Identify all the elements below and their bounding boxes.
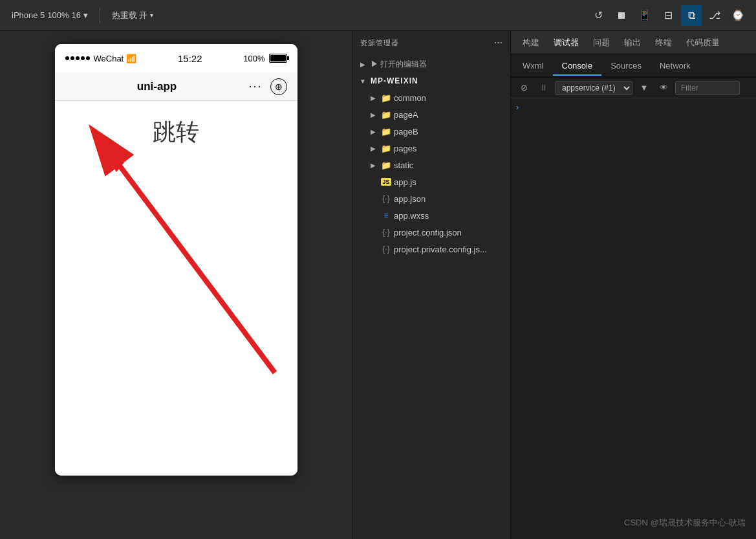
- list-item[interactable]: ▶ {·} app.json: [352, 190, 510, 207]
- json-file-icon: {·}: [381, 227, 391, 237]
- explorer-more-btn[interactable]: ···: [494, 37, 502, 49]
- explorer-header: 资源管理器 ···: [352, 31, 510, 54]
- separator-1: [100, 8, 100, 23]
- tab-wxml[interactable]: Wxml: [513, 57, 553, 76]
- list-item[interactable]: ▶ 📁 pages: [352, 140, 510, 157]
- watch-icon-btn[interactable]: ⌚: [728, 5, 748, 26]
- tab-console[interactable]: Console: [553, 57, 602, 76]
- phone-content: 跳转: [55, 101, 297, 476]
- pause-btn[interactable]: ⏸: [535, 80, 551, 96]
- toolbar-left: iPhone 5 100% 16 ▾ 热重载 开 ▾: [8, 8, 157, 23]
- json-file-icon: {·}: [381, 193, 391, 204]
- red-arrow-container: [55, 101, 297, 476]
- simulator-panel: WeChat 📶 15:22 100% uni-app ··: [0, 31, 352, 539]
- branch-icon-btn[interactable]: ⎇: [704, 5, 725, 26]
- folder-icon: 📁: [381, 126, 391, 137]
- dot-1: [65, 56, 69, 60]
- main-area: WeChat 📶 15:22 100% uni-app ··: [0, 31, 756, 539]
- chevron-down-root-icon: ▼: [358, 76, 368, 86]
- jump-text: 跳转: [55, 101, 297, 148]
- list-item[interactable]: ▶ 📁 static: [352, 157, 510, 173]
- root-folder-item[interactable]: ▼ MP-WEIXIN: [352, 72, 510, 89]
- red-arrow-svg: [55, 101, 297, 437]
- list-item[interactable]: ▶ JS app.js: [352, 173, 510, 190]
- nav-actions: ··· ⊕: [248, 78, 286, 95]
- copy-icon-btn[interactable]: ⧉: [681, 5, 702, 26]
- phone-icon-btn[interactable]: 📱: [634, 5, 655, 26]
- file-name: app.js: [394, 177, 416, 187]
- dropdown-arrow-icon[interactable]: ▼: [636, 80, 652, 96]
- tab-terminal[interactable]: 终端: [649, 34, 678, 51]
- tab-debugger[interactable]: 调试器: [547, 34, 585, 51]
- dot-3: [76, 56, 80, 60]
- js-file-icon: JS: [381, 177, 391, 187]
- zoom-label: 100%: [47, 10, 69, 20]
- file-name: static: [394, 160, 413, 170]
- stop-icon-btn[interactable]: ⏹: [611, 5, 632, 26]
- file-name: pages: [394, 144, 416, 153]
- wifi-icon: 📶: [126, 54, 136, 63]
- carrier-label: WeChat: [94, 54, 124, 63]
- battery-bar: [269, 54, 287, 63]
- devtools-tabs-row2: Wxml Console Sources Network: [511, 54, 756, 78]
- explorer-panel: 资源管理器 ··· ▶ ▶ 打开的编辑器 ▼ MP-WEIXIN ▶ 📁 com…: [352, 31, 511, 539]
- chevron-down-icon: ▾: [150, 12, 153, 19]
- devtools-toolbar: ⊘ ⏸ appservice (#1) ▼ 👁: [511, 78, 756, 98]
- phone-time: 15:22: [136, 53, 243, 64]
- tab-sources[interactable]: Sources: [601, 57, 651, 76]
- file-name: project.private.config.js...: [394, 245, 487, 254]
- file-name: app.json: [394, 194, 426, 204]
- list-item[interactable]: ▶ ≡ app.wxss: [352, 207, 510, 224]
- phone-frame: WeChat 📶 15:22 100% uni-app ··: [55, 44, 297, 476]
- tab-output[interactable]: 输出: [618, 34, 647, 51]
- file-name: project.config.json: [394, 228, 462, 237]
- eye-icon[interactable]: 👁: [656, 80, 671, 96]
- devtools-content: ›: [511, 98, 756, 539]
- filter-input[interactable]: [675, 81, 740, 95]
- device-name-label: iPhone 5: [12, 10, 45, 20]
- zoom-suffix: 16 ▾: [72, 10, 88, 20]
- chevron-right-icon: ▶: [358, 59, 368, 69]
- context-select[interactable]: appservice (#1): [555, 81, 632, 95]
- nav-more-btn[interactable]: ···: [248, 80, 262, 93]
- list-item[interactable]: ▶ 📁 common: [352, 89, 510, 106]
- folder-special-icon: 📁: [381, 143, 391, 153]
- file-name: pageB: [394, 127, 418, 137]
- wechat-nav: uni-app ··· ⊕: [55, 72, 297, 101]
- battery-percent: 100%: [243, 54, 265, 63]
- chevron-right-icon: ▶: [368, 143, 378, 153]
- open-editors-item[interactable]: ▶ ▶ 打开的编辑器: [352, 56, 510, 72]
- file-name: common: [394, 93, 426, 103]
- console-chevron-icon[interactable]: ›: [516, 102, 519, 112]
- folder-static-icon: 📁: [381, 160, 391, 170]
- tab-issues[interactable]: 问题: [587, 34, 616, 51]
- nav-circle-btn[interactable]: ⊕: [270, 78, 287, 95]
- grid-icon-btn[interactable]: ⊟: [658, 5, 678, 26]
- list-item[interactable]: ▶ 📁 pageA: [352, 106, 510, 123]
- phone-container: WeChat 📶 15:22 100% uni-app ··: [0, 31, 352, 539]
- list-item[interactable]: ▶ {·} project.private.config.js...: [352, 241, 510, 258]
- devtools-tabs-row1: 构建 调试器 问题 输出 终端 代码质量: [511, 31, 756, 54]
- battery-fill: [270, 55, 286, 61]
- chevron-right-icon: ▶: [368, 160, 378, 170]
- chevron-right-icon: ▶: [368, 93, 378, 103]
- root-folder-label: MP-WEIXIN: [371, 76, 418, 85]
- explorer-section: ▶ ▶ 打开的编辑器 ▼ MP-WEIXIN ▶ 📁 common ▶ 📁 pa…: [352, 54, 510, 259]
- list-item[interactable]: ▶ {·} project.config.json: [352, 224, 510, 241]
- devtools-panel: 构建 调试器 问题 输出 终端 代码质量 Wxml Console Source…: [511, 31, 756, 539]
- phone-status-bar: WeChat 📶 15:22 100%: [55, 44, 297, 72]
- folder-icon: 📁: [381, 109, 391, 120]
- hot-reload-toggle[interactable]: 热重载 开 ▾: [108, 8, 158, 23]
- dot-2: [70, 56, 74, 60]
- tab-network[interactable]: Network: [651, 57, 700, 76]
- hot-reload-label: 热重载 开: [112, 10, 148, 21]
- chevron-right-icon: ▶: [368, 126, 378, 137]
- phone-status-left: WeChat 📶: [65, 54, 137, 63]
- list-item[interactable]: ▶ 📁 pageB: [352, 123, 510, 140]
- clear-console-btn[interactable]: ⊘: [516, 80, 532, 96]
- tab-build[interactable]: 构建: [516, 34, 546, 51]
- tab-code-quality[interactable]: 代码质量: [680, 34, 726, 51]
- toolbar-icons: ↺ ⏹ 📱 ⊟ ⧉ ⎇ ⌚: [588, 5, 748, 26]
- device-selector[interactable]: iPhone 5 100% 16 ▾: [8, 8, 92, 22]
- refresh-icon-btn[interactable]: ↺: [588, 5, 609, 26]
